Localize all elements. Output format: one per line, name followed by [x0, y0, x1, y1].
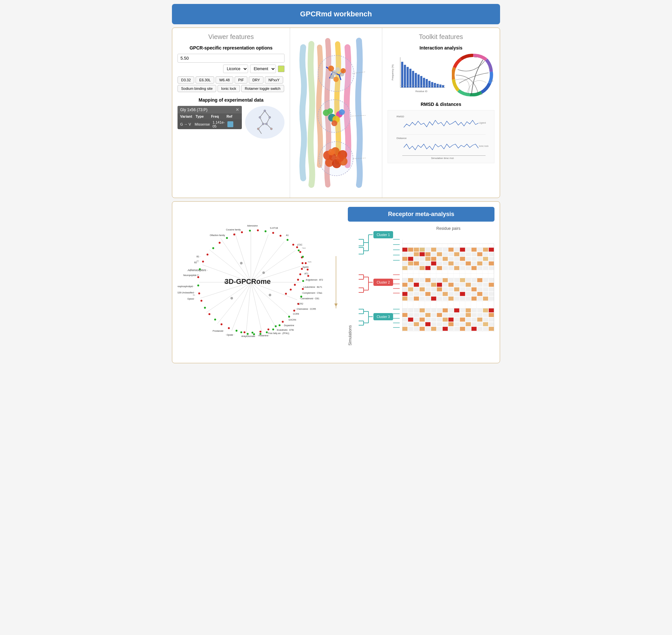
svg-rect-455: [488, 318, 494, 322]
interaction-heading: Interaction analysis: [387, 45, 495, 50]
ref-box[interactable]: [227, 121, 233, 127]
btn-npxxy[interactable]: NPxxY: [265, 76, 283, 84]
btn-dry[interactable]: DRY: [249, 76, 264, 84]
svg-rect-422: [483, 308, 488, 312]
svg-rect-372: [471, 287, 477, 291]
svg-rect-453: [477, 318, 482, 322]
svg-rect-322: [460, 266, 465, 270]
svg-rect-420: [471, 308, 477, 312]
svg-point-92: [285, 293, 287, 295]
svg-rect-367: [443, 287, 448, 291]
svg-point-166: [249, 230, 251, 232]
svg-rect-478: [437, 327, 442, 331]
svg-rect-458: [414, 322, 419, 326]
svg-rect-390: [483, 292, 488, 296]
svg-rect-324: [471, 266, 477, 270]
svg-rect-483: [466, 327, 471, 331]
cluster-dendrogram: Cluster 1: [354, 226, 400, 338]
svg-line-0: [260, 111, 265, 117]
svg-point-157: [305, 262, 307, 264]
svg-point-86: [301, 262, 303, 264]
svg-rect-433: [454, 313, 459, 317]
svg-rect-437: [477, 313, 482, 317]
svg-rect-413: [431, 308, 436, 312]
svg-rect-56: [412, 71, 414, 88]
svg-text:Apelin: Apelin: [302, 266, 309, 268]
svg-rect-268: [425, 252, 430, 256]
svg-rect-252: [425, 247, 430, 251]
svg-rect-293: [477, 257, 482, 261]
residue-input[interactable]: [177, 54, 285, 63]
svg-rect-388: [471, 292, 477, 296]
svg-rect-393: [408, 297, 414, 301]
svg-rect-261: [477, 247, 482, 251]
btn-sodium[interactable]: Sodium binding site: [177, 85, 216, 92]
svg-text:B2: B2: [196, 260, 199, 262]
svg-point-195: [302, 288, 304, 290]
svg-point-173: [202, 261, 204, 263]
svg-rect-361: [408, 287, 414, 291]
rmsd-section: RMSD & distances RMSD Ligand Distance Io…: [387, 102, 495, 163]
svg-rect-250: [414, 247, 419, 251]
btn-w648[interactable]: W6.48: [215, 76, 233, 84]
svg-rect-480: [448, 327, 454, 331]
svg-rect-444: [425, 318, 430, 322]
svg-rect-386: [460, 292, 465, 296]
btn-rotamer[interactable]: Rotamer toggle switch: [241, 85, 284, 92]
svg-rect-457: [408, 322, 414, 326]
svg-line-109: [217, 282, 251, 324]
svg-point-31: [327, 108, 333, 114]
svg-line-105: [251, 282, 277, 328]
svg-text:US28-Unclassified ·: US28-Unclassified ·: [177, 291, 195, 294]
svg-rect-275: [466, 252, 471, 256]
svg-rect-446: [437, 318, 442, 322]
svg-text:· Complement · C5a1: · Complement · C5a1: [301, 292, 322, 294]
svg-text:300: 300: [490, 80, 493, 82]
svg-rect-397: [431, 297, 436, 301]
btn-pif[interactable]: PIF: [235, 76, 247, 84]
svg-rect-442: [414, 318, 419, 322]
svg-text:· Histamine ·: · Histamine ·: [257, 334, 270, 337]
svg-point-165: [257, 229, 259, 232]
btn-e630l[interactable]: E6.30L: [195, 76, 214, 84]
svg-rect-426: [414, 313, 419, 317]
svg-rect-486: [483, 327, 488, 331]
svg-rect-339: [466, 278, 471, 282]
svg-point-179: [204, 307, 206, 309]
svg-rect-359: [488, 283, 494, 286]
svg-rect-330: [414, 278, 419, 282]
color-swatch[interactable]: [278, 66, 285, 72]
svg-rect-364: [425, 287, 430, 291]
svg-rect-272: [448, 252, 454, 256]
svg-rect-349: [431, 283, 436, 286]
svg-rect-381: [431, 292, 436, 296]
svg-text:LT2C: LT2C: [297, 244, 302, 246]
svg-rect-464: [448, 322, 454, 326]
svg-point-90: [294, 284, 296, 286]
gpcrome-title: 3D-GPCRome: [225, 278, 271, 286]
close-icon[interactable]: ✕: [236, 107, 239, 112]
svg-rect-353: [454, 283, 459, 286]
svg-point-14: [270, 128, 272, 130]
svg-rect-415: [443, 308, 448, 312]
svg-rect-474: [414, 327, 419, 331]
svg-point-27: [333, 77, 339, 82]
btn-d332[interactable]: D3.32: [177, 76, 194, 84]
svg-rect-318: [437, 266, 442, 270]
svg-text:Simulation time (ns): Simulation time (ns): [431, 157, 454, 159]
svg-point-45: [328, 149, 335, 155]
svg-rect-371: [466, 287, 471, 291]
element-select[interactable]: Element: [250, 65, 276, 73]
svg-point-180: [208, 313, 210, 315]
svg-rect-450: [460, 318, 465, 322]
svg-text:Frequency (%): Frequency (%): [391, 65, 394, 80]
svg-text:· Endothelin · ETB: · Endothelin · ETB: [276, 329, 294, 331]
licorice-select[interactable]: Licorice: [223, 65, 248, 73]
svg-rect-357: [477, 283, 482, 286]
cluster2-label: Cluster 2: [377, 281, 390, 284]
svg-rect-316: [425, 266, 430, 270]
svg-point-122: [240, 262, 243, 265]
svg-rect-323: [466, 266, 471, 270]
btn-ionic[interactable]: Ionic lock: [217, 85, 240, 92]
svg-rect-409: [408, 308, 414, 312]
